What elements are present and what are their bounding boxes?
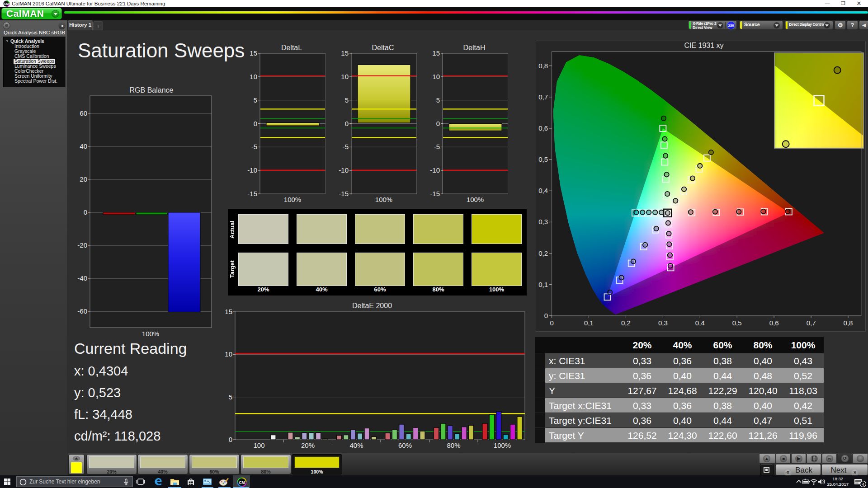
patch-tile-label: 40% xyxy=(138,469,188,474)
delta-e-bar xyxy=(271,435,276,440)
taskbar-icon-paint[interactable] xyxy=(219,477,228,486)
delta-e-bar xyxy=(469,425,474,440)
close-button[interactable]: ✕ xyxy=(852,0,866,7)
taskbar-icon-store[interactable] xyxy=(186,477,195,486)
current-patch-swatch xyxy=(71,462,82,474)
cie-measured-magenta xyxy=(667,242,671,246)
stop-button[interactable]: ■ xyxy=(776,453,791,464)
delta-e-bar xyxy=(517,417,522,440)
patch-tile-20%[interactable]: 20% xyxy=(86,454,137,474)
meter-selector[interactable]: X-Rite i1Pro 2 Direct View 230 xyxy=(688,20,737,30)
delta-e-bar xyxy=(434,427,439,440)
clock-time: 18:32 xyxy=(827,476,849,482)
chart-label: 40% xyxy=(349,441,363,449)
table-cell: 0,33 xyxy=(622,398,662,413)
cie-inset-measured xyxy=(783,141,789,147)
chart-label: -20 xyxy=(77,241,87,249)
start-button[interactable] xyxy=(4,475,13,488)
meter-badge[interactable]: 230 xyxy=(727,21,735,29)
patch-tile-swatch xyxy=(140,456,185,468)
sidebar-item-spectral-power-dist-[interactable]: Spectral Power Dist. xyxy=(14,79,57,84)
table-row-label: Y xyxy=(549,383,555,398)
patch-tile-swatch xyxy=(294,456,340,468)
patch-tile-40%[interactable]: 40% xyxy=(137,454,188,474)
help-button[interactable]: ? xyxy=(847,20,858,30)
cie-measured-red xyxy=(761,209,765,214)
sidebar-knob-icon[interactable] xyxy=(3,22,10,29)
delta-e-bar xyxy=(482,423,487,440)
chart-label: 100% xyxy=(375,196,392,203)
chart-label: 0,5 xyxy=(732,319,742,327)
taskbar-icon-file-explorer[interactable] xyxy=(170,477,179,486)
play-button[interactable]: ▶ xyxy=(791,453,806,464)
meter-line2: Direct View xyxy=(693,25,712,30)
delta-e-bar xyxy=(496,412,501,440)
table-cell: 121,26 xyxy=(743,428,783,443)
microphone-icon[interactable] xyxy=(123,479,129,486)
chart-label: 100% xyxy=(467,196,484,203)
chart-label: -15 xyxy=(247,190,257,197)
cie-measured-green xyxy=(662,136,667,141)
volume-icon[interactable] xyxy=(818,475,826,488)
window-titlebar: CM CalMAN 2016 CalMAN Ultimate for Busin… xyxy=(0,0,868,7)
extra-button[interactable] xyxy=(853,453,868,464)
pattern-button[interactable]: [·] xyxy=(807,453,821,464)
loop-button[interactable]: ∞ xyxy=(822,453,837,464)
cie-measured-cyan xyxy=(640,210,645,215)
bottom-bar: ▲■▶[·]∞⟳«BackNext» 20%40%60%80%100% xyxy=(68,453,868,475)
rgb-bar-blue xyxy=(168,212,200,312)
chart-label: 0 xyxy=(229,436,232,443)
patch-tile-60%[interactable]: 60% xyxy=(189,454,240,474)
source-selector[interactable]: Source xyxy=(739,20,783,30)
chart-label: 10 xyxy=(341,73,349,80)
current-patch-tile[interactable] xyxy=(68,454,85,474)
notification-icon[interactable]: 4 xyxy=(854,475,867,488)
patch-tile-80%[interactable]: 80% xyxy=(241,454,291,474)
collapse-tray-button[interactable]: ▲ xyxy=(759,453,775,464)
refresh-button[interactable]: ⟳ xyxy=(837,453,852,464)
cie-measured-green xyxy=(661,116,666,121)
taskbar-icon-task-view[interactable] xyxy=(136,477,145,486)
chart-label: 0 xyxy=(544,312,548,319)
delta-e-bar xyxy=(413,427,418,440)
table-row: Y127,67124,68122,29120,40118,03 xyxy=(535,383,824,398)
source-label: Source xyxy=(744,22,760,27)
battery-icon[interactable] xyxy=(802,475,810,488)
table-row-label: Target y:CIE31 xyxy=(549,413,612,428)
sidebar-collapse-button[interactable]: ◄ xyxy=(58,22,66,29)
tree-collapse-icon[interactable] xyxy=(6,40,8,42)
clock[interactable]: 18:32 25.04.2017 xyxy=(827,476,849,487)
minimize-button[interactable]: — xyxy=(821,0,834,7)
cie-measured-yellow xyxy=(709,150,713,155)
taskbar-icon-calman[interactable]: CM xyxy=(237,477,246,486)
cie-measured-blue xyxy=(654,226,658,231)
back-button[interactable]: «Back xyxy=(775,464,821,475)
patch-tile-100%[interactable]: 100% xyxy=(292,454,342,474)
taskbar-icon-edge[interactable] xyxy=(154,477,163,486)
source-status-strip xyxy=(740,21,742,29)
chart-label: DeltaE 2000 xyxy=(352,302,392,310)
next-button[interactable]: Next» xyxy=(821,464,868,475)
chart-label: 10 xyxy=(432,73,440,80)
table-cell: 0,44 xyxy=(703,368,743,383)
chart-label: 0,6 xyxy=(769,319,779,327)
collapse-panel-button[interactable]: ◄ xyxy=(859,20,868,30)
cie-measured-yellow xyxy=(690,176,695,180)
wifi-icon[interactable] xyxy=(810,475,817,488)
settings-button[interactable]: ⚙ xyxy=(835,20,846,30)
chart-label: 0,8 xyxy=(538,62,548,70)
tray-chevron-icon[interactable] xyxy=(796,475,802,488)
restore-button[interactable]: ❐ xyxy=(836,0,850,7)
tab-history-1[interactable]: History 1 xyxy=(68,20,93,30)
calman-logo-button[interactable]: CalMAN xyxy=(1,8,62,19)
delta-e-bar xyxy=(455,433,460,440)
patch-tile-swatch xyxy=(192,456,237,468)
window-pattern-button[interactable] xyxy=(760,464,774,475)
tab-add-button[interactable]: + xyxy=(93,21,103,30)
display-control-selector[interactable]: Direct Display Control xyxy=(785,20,833,30)
tab-strip: History 1 + X-Rite i1Pro 2 Direct View 2… xyxy=(0,20,868,30)
chart-label: RGB Balance xyxy=(130,86,174,94)
taskbar-icon-photos[interactable] xyxy=(203,477,212,486)
table-header-row: 20%40%60%80%100% xyxy=(535,337,824,353)
search-box[interactable]: Zur Suche Text hier eingeben xyxy=(16,476,133,487)
